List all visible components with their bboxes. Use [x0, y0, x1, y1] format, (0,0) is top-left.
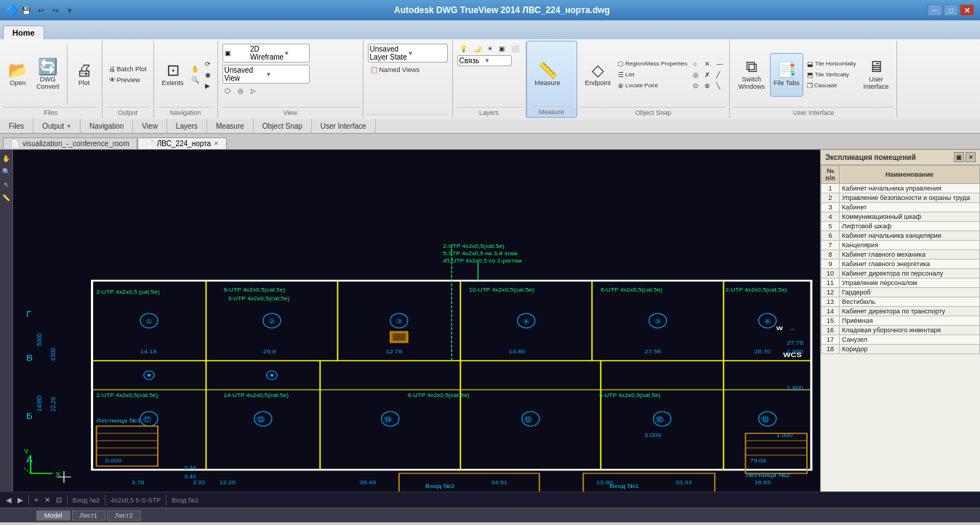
svg-text:27.76: 27.76	[787, 340, 803, 346]
batch-plot-button[interactable]: 🖨 Batch Plot	[107, 64, 149, 74]
tab-home[interactable]: Home	[3, 25, 44, 39]
window-controls[interactable]: ─ □ ✕	[928, 4, 974, 16]
view-style-preview: ▣	[225, 49, 248, 57]
save-btn[interactable]: 💾	[20, 4, 33, 16]
section-output[interactable]: Output	[33, 119, 81, 133]
toolbar-select-btn[interactable]: ↖	[1, 179, 12, 191]
named-views-button[interactable]: 📋 Named Views	[368, 65, 422, 75]
explication-table-container[interactable]: №п/п Наименование 1Кабинет начальника уп…	[821, 165, 980, 492]
sheet-tab-list2[interactable]: Лист2	[107, 510, 141, 521]
ribbon-group-object-snap: ◇ Endpoint ⬡ Region/Mass Properties ☰ Li…	[577, 41, 731, 118]
steering-wheel-button[interactable]: ◎	[236, 86, 246, 96]
layer-sq1[interactable]: ▣	[497, 44, 507, 54]
svg-text:А: А	[26, 455, 33, 465]
doc-tab-conference[interactable]: 📄 visualization_-_conference_room	[3, 137, 137, 149]
measure-icon: 📏	[538, 63, 558, 79]
region-button[interactable]: ⬡ Region/Mass Properties	[616, 59, 689, 69]
orbit-button[interactable]: ⟳	[203, 59, 213, 69]
look-button[interactable]: ◉	[203, 70, 213, 80]
snap-line3[interactable]: ╲	[714, 81, 725, 91]
tile-horiz-button[interactable]: ⬓ Tile Horizontally	[805, 59, 859, 69]
maximize-btn[interactable]: □	[944, 4, 958, 16]
exp-close-btn[interactable]: ✕	[965, 152, 976, 162]
close-btn[interactable]: ✕	[960, 4, 974, 16]
show-motion-button[interactable]: ▷	[249, 86, 258, 96]
svg-text:22,20: 22,20	[49, 397, 57, 412]
zoom-in-mini-btn[interactable]: +	[31, 496, 41, 504]
user-interface-icon: 🖥	[868, 59, 884, 75]
zoom-button[interactable]: 🔍	[189, 75, 201, 85]
snap-line1[interactable]: —	[714, 59, 725, 69]
cad-canvas[interactable]: Г В Б А 5000 14080 22,20 6300	[13, 150, 820, 492]
svg-text:13.26: 13.26	[220, 479, 236, 486]
ribbon-group-layers: 💡 🌙 ☀ ▣ ⬜ Связь ▼ Layers	[453, 41, 526, 118]
list-icon: ☰	[618, 71, 624, 79]
view-cube-button[interactable]: ⬡	[222, 86, 233, 96]
user-interface-button[interactable]: 🖥 UserInterface	[859, 53, 892, 97]
undo-btn[interactable]: ↩	[34, 4, 47, 16]
close-viewport-btn[interactable]: ✕	[41, 496, 53, 504]
extents-button[interactable]: ⊡ Extents	[158, 53, 188, 97]
saved-view-dropdown[interactable]: Unsaved View ▼	[222, 65, 310, 84]
toolbar-measure-btn[interactable]: 📏	[1, 192, 12, 204]
light-off-btn[interactable]: 🌙	[471, 44, 483, 54]
pan-button[interactable]: ✋	[189, 64, 201, 74]
open-icon: 📂	[8, 63, 28, 79]
dwg-convert-button[interactable]: 🔄 DWGConvert	[33, 53, 63, 97]
named-views-icon: 📋	[370, 66, 378, 73]
doc-tab-close-btn[interactable]: ✕	[214, 140, 219, 147]
ribbon-group-user-interface: ⧉ SwitchWindows 📑 File Tabs ⬓ Tile Horiz…	[730, 41, 897, 118]
toolbar-pan-btn[interactable]: ✋	[1, 153, 12, 164]
fit-view-btn[interactable]: ⊡	[53, 496, 65, 504]
redo-btn[interactable]: ↪	[49, 4, 62, 16]
minimize-btn[interactable]: ─	[928, 4, 942, 16]
snap-x1[interactable]: ✕	[702, 59, 712, 69]
svg-text:9-UTP 4x2x0,5(cat.5e): 9-UTP 4x2x0,5(cat.5e)	[224, 287, 286, 293]
light-on-btn[interactable]: 💡	[457, 44, 470, 54]
locate-point-button[interactable]: ⊕ Locate Point	[616, 81, 689, 91]
svg-point-90	[270, 374, 274, 377]
col-name-header: Наименование	[840, 166, 980, 184]
nav-next-btn[interactable]: ▶	[15, 496, 26, 504]
ribbon-group-measure: 📏 Measure Measure	[526, 41, 577, 118]
snap-circle3[interactable]: ⊙	[691, 81, 701, 91]
quick-access-bar[interactable]: 🔷 💾 ↩ ↪ ▼	[6, 4, 76, 16]
snap-c3-icon: ⊙	[693, 82, 699, 89]
cascade-button[interactable]: ❐ Cascade	[805, 81, 859, 91]
qa-dropdown[interactable]: ▼	[63, 4, 76, 16]
connect-dropdown[interactable]: Связь ▼	[457, 55, 512, 66]
svg-text:10-UTP 4x2x0,5(cat.5e): 10-UTP 4x2x0,5(cat.5e)	[469, 287, 534, 293]
endpoint-button[interactable]: ◇ Endpoint	[582, 53, 615, 97]
file-tabs-button[interactable]: 📑 File Tabs	[770, 53, 803, 97]
layers-group-label: Layers	[456, 107, 523, 116]
exp-restore-btn[interactable]: ▣	[954, 152, 964, 162]
sheet-tab-model[interactable]: Model	[36, 510, 71, 521]
snap-x2[interactable]: ✗	[702, 70, 712, 80]
sun-btn[interactable]: ☀	[485, 44, 495, 54]
switch-windows-button[interactable]: ⧉ SwitchWindows	[734, 53, 768, 97]
section-user-interface: User Interface	[312, 119, 376, 133]
layer-state-dropdown[interactable]: Unsaved Layer State ▼	[368, 44, 448, 63]
doc-tab-lbc[interactable]: 📄 ЛВС_224_норта ✕	[137, 137, 227, 149]
svg-text:5000: 5000	[35, 333, 43, 346]
toolbar-zoom-btn[interactable]: 🔍	[1, 166, 12, 177]
open-button[interactable]: 📂 Open	[4, 53, 31, 97]
snap-circle1[interactable]: ○	[691, 59, 701, 69]
measure-button[interactable]: 📏 Measure	[531, 53, 564, 97]
table-row: 2Управление безопасности и охраны труда	[822, 193, 980, 203]
snap-x3[interactable]: ⊗	[702, 81, 712, 91]
ribbon-group-view: ▣ 2D Wireframe ▼ Unsaved View ▼ ⬡ ◎ ▷ Vi	[218, 41, 364, 118]
view-style-dropdown[interactable]: ▣ 2D Wireframe ▼	[222, 44, 310, 63]
list-button[interactable]: ☰ List	[616, 70, 689, 80]
nav-prev-btn[interactable]: ◀	[3, 496, 15, 504]
walk-button[interactable]: ▶	[203, 81, 213, 91]
snap-circle2[interactable]: ◎	[691, 70, 701, 80]
snap-line2[interactable]: ╱	[714, 70, 725, 80]
sheet-tab-list1[interactable]: Лист1	[72, 510, 106, 521]
tile-vert-button[interactable]: ⬒ Tile Vertically	[805, 70, 859, 80]
room-name: Кабинет главного механика	[840, 250, 980, 260]
preview-button[interactable]: 👁 Preview	[107, 75, 149, 85]
plot-button[interactable]: 🖨 Plot	[71, 53, 97, 97]
sheet-tabs: Model Лист1 Лист2	[0, 508, 980, 522]
layer-sq2[interactable]: ⬜	[509, 44, 521, 54]
